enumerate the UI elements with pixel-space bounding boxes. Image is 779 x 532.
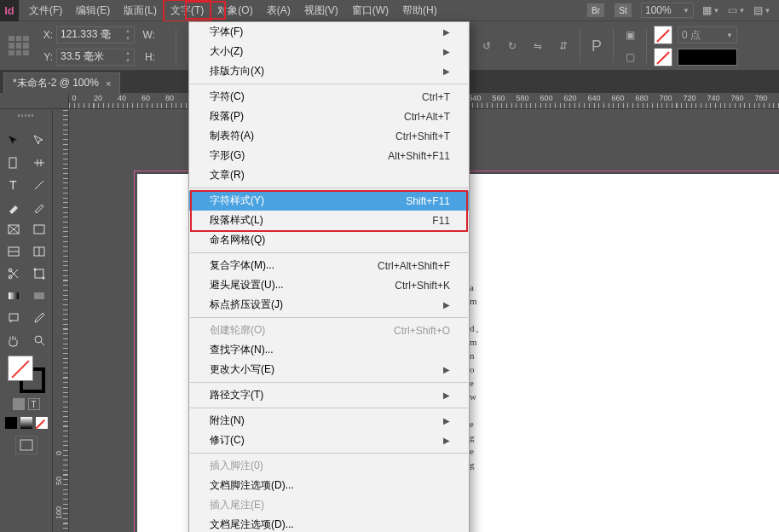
menu-writing-direction[interactable]: 排版方向(X)▶ [189,61,469,81]
svg-rect-13 [35,269,43,278]
flip-h-icon[interactable]: ⇋ [528,37,547,55]
select-content-icon[interactable]: ▢ [620,48,639,66]
fill-swatch[interactable] [654,26,672,44]
menu-composite-fonts[interactable]: 复合字体(M)...Ctrl+Alt+Shift+F [189,256,469,275]
bridge-button[interactable]: Br [586,3,605,18]
menu-character[interactable]: 字符(C)Ctrl+T [189,87,469,107]
x-input[interactable]: 121.333 毫 ▲▼ [56,26,135,43]
eyedropper-tool[interactable] [28,308,50,328]
menu-story[interactable]: 文章(R) [189,165,469,185]
scissors-tool[interactable] [3,263,25,284]
reference-point-grid[interactable] [9,36,29,56]
rectangle-frame-tool[interactable] [3,219,25,240]
select-container-icon[interactable]: ▣ [620,26,639,44]
y-value: 33.5 毫米 [61,49,104,64]
fill-stroke-swatch[interactable] [8,356,45,393]
menu-font[interactable]: 字体(F)▶ [189,22,469,42]
menu-table[interactable]: 表(A) [260,0,297,21]
note-tool[interactable] [3,308,25,328]
zoom-text: 100% [645,4,672,16]
gradient-swatch-tool[interactable] [3,286,25,306]
free-transform-tool[interactable] [28,263,50,284]
selection-tool[interactable] [3,130,25,151]
menu-layout[interactable]: 版面(L) [117,0,164,21]
screen-mode-icon[interactable]: ▭▼ [728,3,745,17]
menu-character-styles[interactable]: 字符样式(Y)Shift+F11 [189,191,469,211]
menu-endnote-options[interactable]: 文档尾注选项(D)... [189,515,469,532]
menu-file[interactable]: 文件(F) [22,0,69,21]
svg-point-15 [42,277,44,280]
stroke-style[interactable] [678,49,737,66]
arrange-icon[interactable]: ▤▼ [753,3,770,17]
menu-mojikumi[interactable]: 标点挤压设置(J)▶ [189,295,469,315]
vertical-ruler: 0 50 100 [53,110,69,532]
page-tool[interactable] [3,153,25,173]
screen-mode-button[interactable] [15,436,38,454]
menu-insert-footnote[interactable]: 插入脚注(0) [189,456,469,476]
menu-edit[interactable]: 编辑(E) [69,0,117,21]
stroke-weight-value: 0 点 [682,28,701,43]
menu-glyphs[interactable]: 字形(G)Alt+Shift+F11 [189,146,469,165]
w-input[interactable] [159,26,170,43]
formatting-container-icon[interactable] [13,398,25,410]
stock-button[interactable]: St [614,3,632,18]
submenu-arrow-icon: ▶ [443,390,450,400]
panel-grip[interactable] [0,110,52,120]
rectangle-tool[interactable] [28,219,50,240]
document-tab[interactable]: *未命名-2 @ 100% × [3,72,120,93]
menu-find-font[interactable]: 查找字体(N)... [189,340,469,360]
menu-type-on-path[interactable]: 路径文字(T)▶ [189,385,469,405]
paragraph-align-icon[interactable]: P [587,37,606,55]
pen-tool[interactable] [3,197,25,217]
menu-kinsoku[interactable]: 避头尾设置(U)...Ctrl+Shift+K [189,275,469,295]
menu-named-grids[interactable]: 命名网格(Q) [189,230,469,250]
menu-help[interactable]: 帮助(H) [395,0,444,21]
menu-track-changes[interactable]: 修订(C)▶ [189,431,469,450]
menu-footnote-options[interactable]: 文档脚注选项(D)... [189,476,469,495]
svg-text:T: T [9,178,17,192]
menu-change-case[interactable]: 更改大小写(E)▶ [189,360,469,379]
y-input[interactable]: 33.5 毫米 ▲▼ [56,49,135,66]
menu-window[interactable]: 窗口(W) [345,0,395,21]
menu-view[interactable]: 视图(V) [297,0,345,21]
x-value: 121.333 毫 [61,27,111,42]
gap-tool[interactable] [28,153,50,173]
submenu-arrow-icon: ▶ [443,27,450,37]
menu-size[interactable]: 大小(Z)▶ [189,42,469,61]
type-tool[interactable]: T [3,175,25,195]
menu-create-outlines[interactable]: 创建轮廓(O)Ctrl+Shift+O [189,321,469,340]
gradient-feather-tool[interactable] [28,286,50,306]
stroke-weight-input[interactable]: 0 点 ▼ [678,26,737,43]
menu-object[interactable]: 对象(O) [211,0,259,21]
stroke-swatch[interactable] [654,48,672,66]
h-input[interactable] [159,49,170,66]
apply-gradient-icon[interactable] [20,417,32,429]
view-options-icon[interactable]: ▦▼ [702,3,719,17]
y-label: Y: [39,51,53,63]
apply-color-icon[interactable] [5,417,17,429]
menu-paragraph-styles[interactable]: 段落样式(L)F11 [189,211,469,230]
zoom-level[interactable]: 100% ▼ [641,3,694,18]
direct-selection-tool[interactable] [28,130,50,151]
grid-tool-v[interactable] [28,241,50,262]
line-tool[interactable] [28,175,50,195]
menu-notes[interactable]: 附注(N)▶ [189,411,469,431]
formatting-text-icon[interactable]: T [28,398,40,410]
type-menu-dropdown: 字体(F)▶ 大小(Z)▶ 排版方向(X)▶ 字符(C)Ctrl+T 段落(P)… [188,21,470,532]
zoom-tool[interactable] [28,330,50,350]
pencil-tool[interactable] [28,197,50,217]
svg-rect-18 [9,314,18,321]
close-icon[interactable]: × [106,78,111,89]
apply-none-icon[interactable] [36,417,48,429]
menu-insert-endnote[interactable]: 插入尾注(E) [189,495,469,515]
rotate-ccw-icon[interactable]: ↺ [477,37,496,55]
hand-tool[interactable] [3,330,25,350]
menu-tabs[interactable]: 制表符(A)Ctrl+Shift+T [189,126,469,146]
rotate-cw-icon[interactable]: ↻ [503,37,522,55]
menu-paragraph[interactable]: 段落(P)Ctrl+Alt+T [189,107,469,126]
w-label: W: [141,29,155,41]
flip-v-icon[interactable]: ⇵ [554,37,573,55]
menu-type[interactable]: 文字(T) [164,0,211,21]
grid-tool-h[interactable] [3,241,25,262]
svg-rect-21 [20,440,32,450]
